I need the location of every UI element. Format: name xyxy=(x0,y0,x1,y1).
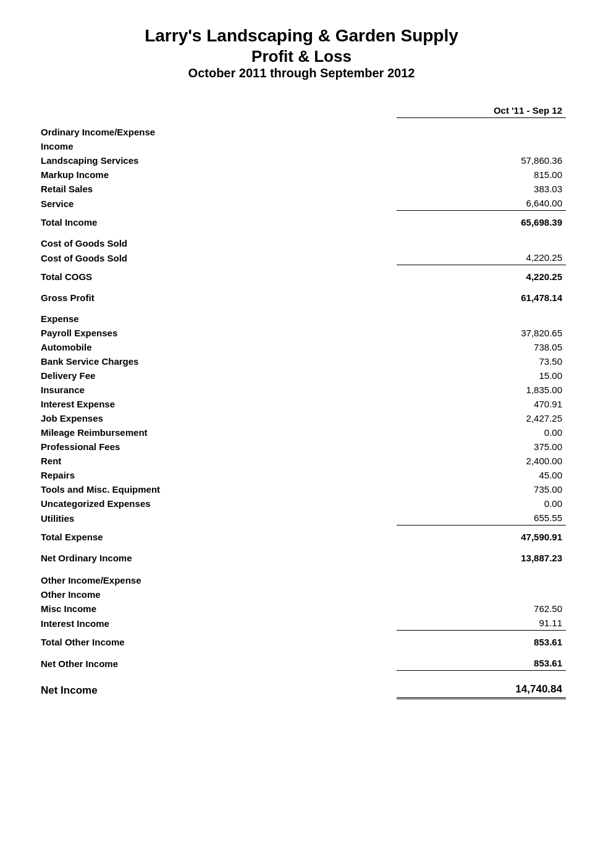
interest-expense-value: 470.91 xyxy=(397,397,566,411)
utilities-label: Utilities xyxy=(37,511,397,525)
tools-misc-value: 735.00 xyxy=(397,482,566,496)
net-other-income-row: Net Other Income 853.61 xyxy=(37,656,566,671)
cogs-item-value: 4,220.25 xyxy=(397,250,566,265)
automobile-value: 738.05 xyxy=(397,340,566,354)
automobile-label: Automobile xyxy=(37,340,397,354)
total-other-income-row: Total Other Income 853.61 xyxy=(37,635,566,649)
list-item: Retail Sales 383.03 xyxy=(37,182,566,196)
other-income-expense-label: Other Income/Expense xyxy=(37,573,397,587)
list-item: Misc Income 762.50 xyxy=(37,602,566,616)
list-item: Interest Income 91.11 xyxy=(37,616,566,631)
delivery-fee-value: 15.00 xyxy=(397,368,566,383)
insurance-label: Insurance xyxy=(37,383,397,397)
total-income-row: Total Income 65,698.39 xyxy=(37,215,566,229)
list-item: Mileage Reimbursement 0.00 xyxy=(37,425,566,440)
list-item: Delivery Fee 15.00 xyxy=(37,368,566,383)
gross-profit-label: Gross Profit xyxy=(37,291,397,305)
income-label: Income xyxy=(37,139,397,153)
expense-section-row: Expense xyxy=(37,312,566,326)
report-period: October 2011 through September 2012 xyxy=(37,66,566,80)
rent-value: 2,400.00 xyxy=(397,454,566,468)
job-expenses-value: 2,427.25 xyxy=(397,411,566,425)
professional-fees-label: Professional Fees xyxy=(37,440,397,454)
net-ordinary-income-label: Net Ordinary Income xyxy=(37,551,397,565)
net-ordinary-income-value: 13,887.23 xyxy=(397,551,566,565)
utilities-value: 655.55 xyxy=(397,511,566,525)
list-item: Professional Fees 375.00 xyxy=(37,440,566,454)
gross-profit-value: 61,478.14 xyxy=(397,291,566,305)
total-expense-value: 47,590.91 xyxy=(397,530,566,544)
list-item: Insurance 1,835.00 xyxy=(37,383,566,397)
expense-label: Expense xyxy=(37,312,397,326)
total-cogs-row: Total COGS 4,220.25 xyxy=(37,270,566,284)
total-cogs-label: Total COGS xyxy=(37,270,397,284)
profit-loss-table: Oct '11 - Sep 12 Ordinary Income/Expense… xyxy=(37,99,566,699)
retail-sales-label: Retail Sales xyxy=(37,182,397,196)
list-item: Interest Expense 470.91 xyxy=(37,397,566,411)
other-income-expense-row: Other Income/Expense xyxy=(37,573,566,587)
payroll-expenses-value: 37,820.65 xyxy=(397,326,566,340)
list-item: Bank Service Charges 73.50 xyxy=(37,354,566,368)
interest-expense-label: Interest Expense xyxy=(37,397,397,411)
landscaping-services-value: 57,860.36 xyxy=(397,153,566,168)
list-item: Markup Income 815.00 xyxy=(37,168,566,182)
list-item: Uncategorized Expenses 0.00 xyxy=(37,496,566,511)
net-other-income-value: 853.61 xyxy=(397,656,566,671)
net-income-label: Net Income xyxy=(37,681,397,699)
net-ordinary-income-row: Net Ordinary Income 13,887.23 xyxy=(37,551,566,565)
list-item: Repairs 45.00 xyxy=(37,468,566,482)
income-section-row: Income xyxy=(37,139,566,153)
list-item: Tools and Misc. Equipment 735.00 xyxy=(37,482,566,496)
net-income-value: 14,740.84 xyxy=(397,681,566,699)
total-expense-row: Total Expense 47,590.91 xyxy=(37,530,566,544)
gross-profit-row: Gross Profit 61,478.14 xyxy=(37,291,566,305)
cogs-header-row: Cost of Goods Sold xyxy=(37,236,566,250)
company-name: Larry's Landscaping & Garden Supply xyxy=(37,25,566,47)
list-item: Service 6,640.00 xyxy=(37,196,566,211)
total-cogs-value: 4,220.25 xyxy=(397,270,566,284)
report-header: Larry's Landscaping & Garden Supply Prof… xyxy=(37,25,566,80)
repairs-label: Repairs xyxy=(37,468,397,482)
list-item: Cost of Goods Sold 4,220.25 xyxy=(37,250,566,265)
list-item: Rent 2,400.00 xyxy=(37,454,566,468)
insurance-value: 1,835.00 xyxy=(397,383,566,397)
bank-service-charges-value: 73.50 xyxy=(397,354,566,368)
service-label: Service xyxy=(37,196,397,211)
cogs-item-label: Cost of Goods Sold xyxy=(37,250,397,265)
uncategorized-expenses-label: Uncategorized Expenses xyxy=(37,496,397,511)
list-item: Automobile 738.05 xyxy=(37,340,566,354)
repairs-value: 45.00 xyxy=(397,468,566,482)
bank-service-charges-label: Bank Service Charges xyxy=(37,354,397,368)
other-income-label: Other Income xyxy=(37,587,397,602)
column-header: Oct '11 - Sep 12 xyxy=(397,99,566,118)
misc-income-label: Misc Income xyxy=(37,602,397,616)
report-title: Profit & Loss xyxy=(37,47,566,66)
total-income-value: 65,698.39 xyxy=(397,215,566,229)
total-income-label: Total Income xyxy=(37,215,397,229)
ordinary-income-expense-row: Ordinary Income/Expense xyxy=(37,125,566,139)
list-item: Utilities 655.55 xyxy=(37,511,566,525)
net-other-income-label: Net Other Income xyxy=(37,656,397,671)
service-value: 6,640.00 xyxy=(397,196,566,211)
list-item: Job Expenses 2,427.25 xyxy=(37,411,566,425)
markup-income-value: 815.00 xyxy=(397,168,566,182)
mileage-reimbursement-value: 0.00 xyxy=(397,425,566,440)
payroll-expenses-label: Payroll Expenses xyxy=(37,326,397,340)
total-expense-label: Total Expense xyxy=(37,530,397,544)
mileage-reimbursement-label: Mileage Reimbursement xyxy=(37,425,397,440)
total-other-income-value: 853.61 xyxy=(397,635,566,649)
list-item: Payroll Expenses 37,820.65 xyxy=(37,326,566,340)
delivery-fee-label: Delivery Fee xyxy=(37,368,397,383)
markup-income-label: Markup Income xyxy=(37,168,397,182)
job-expenses-label: Job Expenses xyxy=(37,411,397,425)
net-income-row: Net Income 14,740.84 xyxy=(37,681,566,699)
landscaping-services-label: Landscaping Services xyxy=(37,153,397,168)
interest-income-value: 91.11 xyxy=(397,616,566,631)
ordinary-income-expense-label: Ordinary Income/Expense xyxy=(37,125,397,139)
list-item: Landscaping Services 57,860.36 xyxy=(37,153,566,168)
rent-label: Rent xyxy=(37,454,397,468)
uncategorized-expenses-value: 0.00 xyxy=(397,496,566,511)
other-income-section-row: Other Income xyxy=(37,587,566,602)
total-other-income-label: Total Other Income xyxy=(37,635,397,649)
retail-sales-value: 383.03 xyxy=(397,182,566,196)
